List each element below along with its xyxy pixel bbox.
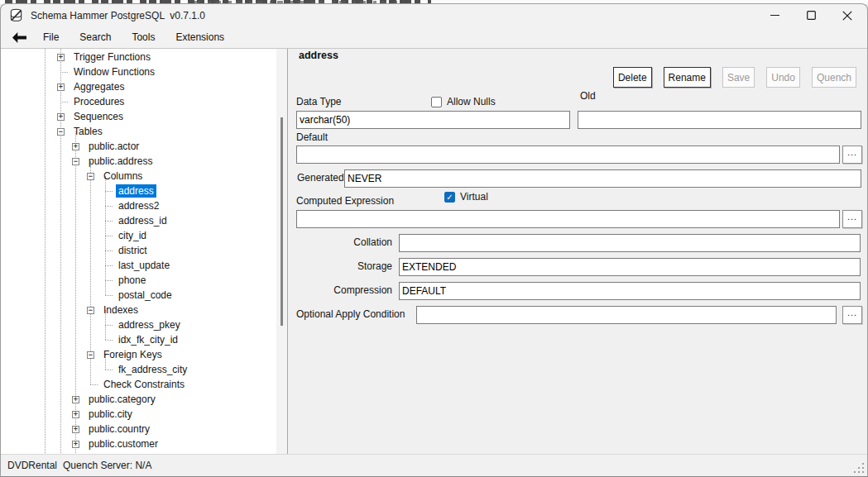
tree-item-fk-address-city[interactable]: fk_address_city	[102, 362, 189, 377]
tree-item-procedures[interactable]: Procedures	[57, 94, 127, 109]
save-button[interactable]: Save	[722, 67, 755, 88]
tree-item-foreign-keys[interactable]: −Foreign Keys	[87, 347, 165, 362]
undo-button[interactable]: Undo	[766, 67, 800, 88]
title-bar[interactable]: Schema Hammer PostgreSQL v0.7.1.0	[1, 4, 867, 26]
expand-icon[interactable]: +	[72, 426, 79, 433]
compression-input[interactable]	[399, 282, 861, 300]
menu-item-extensions[interactable]: Extensions	[169, 29, 231, 45]
rename-button[interactable]: Rename	[664, 67, 711, 88]
tree-item-public-actor[interactable]: +public.actor	[72, 139, 141, 154]
tree-item-label[interactable]: public.category	[86, 393, 158, 406]
tree-item-label[interactable]: Window Functions	[71, 65, 157, 79]
tree-item-sequences[interactable]: +Sequences	[57, 109, 126, 124]
tree-item-label[interactable]: postal_code	[116, 289, 175, 302]
tree-item-columns[interactable]: −Columns	[87, 169, 145, 184]
tree-item-label[interactable]: last_update	[116, 259, 172, 272]
tree-item-public-address[interactable]: −public.address	[72, 154, 155, 169]
menu-item-tools[interactable]: Tools	[125, 29, 161, 45]
tree-item-trigger-functions[interactable]: +Trigger Functions	[57, 50, 153, 64]
old-input[interactable]	[578, 111, 861, 129]
default-browse-button[interactable]: ...	[842, 145, 862, 164]
tree-item-label[interactable]: Procedures	[71, 95, 127, 108]
tree-item-district[interactable]: district	[102, 243, 150, 258]
tree-item-tables[interactable]: −Tables	[57, 124, 105, 139]
virtual-checkbox[interactable]	[444, 192, 455, 203]
collation-input[interactable]	[399, 234, 861, 252]
tree-item-label[interactable]: Check Constraints	[101, 378, 187, 391]
tree-item-label[interactable]: public.country	[86, 422, 152, 436]
tree-item-aggregates[interactable]: +Aggregates	[57, 79, 127, 94]
tree-item-address-pkey[interactable]: address_pkey	[102, 317, 183, 332]
expand-icon[interactable]: +	[72, 441, 79, 448]
tree-item-label[interactable]: Foreign Keys	[101, 348, 165, 361]
collapse-icon[interactable]: −	[87, 351, 94, 359]
tree-item-check-constraints[interactable]: Check Constraints	[87, 377, 187, 392]
expand-icon[interactable]: +	[72, 396, 79, 403]
tree-item-address-id[interactable]: address_id	[102, 213, 170, 228]
computed-expression-browse-button[interactable]: ...	[842, 210, 862, 228]
generated-input[interactable]	[344, 169, 861, 188]
collapse-icon[interactable]: −	[87, 307, 94, 314]
tree-item-last-update[interactable]: last_update	[102, 258, 172, 273]
menu-item-file[interactable]: File	[36, 29, 65, 45]
expand-icon[interactable]: +	[72, 143, 79, 150]
tree-item-label[interactable]: public.address	[86, 155, 155, 168]
tree-item-public-customer[interactable]: +public.customer	[72, 436, 161, 451]
computed-expression-input[interactable]	[296, 210, 840, 228]
menu-item-search[interactable]: Search	[73, 29, 117, 45]
expand-icon[interactable]: +	[57, 113, 65, 121]
tree-scrollbar[interactable]	[276, 49, 287, 455]
tree-item-indexes[interactable]: −Indexes	[87, 303, 141, 317]
allow-nulls-checkbox[interactable]	[431, 97, 442, 107]
tree-item-phone[interactable]: phone	[102, 273, 148, 288]
tree-item-address2[interactable]: address2	[102, 198, 161, 213]
tree-item-public-city[interactable]: +public.city	[72, 407, 135, 422]
back-button[interactable]	[12, 32, 26, 43]
tree-item-label[interactable]: Indexes	[101, 303, 141, 317]
close-button[interactable]	[829, 4, 866, 26]
tree-item-label[interactable]: city_id	[116, 229, 149, 242]
tree-item-address[interactable]: address	[102, 184, 156, 198]
tree-item-label[interactable]: Sequences	[71, 110, 126, 123]
tree-item-window-functions[interactable]: Window Functions	[57, 64, 157, 79]
minimize-button[interactable]	[756, 4, 793, 26]
tree-item-label[interactable]: Trigger Functions	[71, 50, 153, 64]
default-input[interactable]	[296, 145, 840, 164]
storage-label: Storage	[296, 260, 392, 272]
tree-item-label[interactable]: Aggregates	[71, 80, 127, 93]
collapse-icon[interactable]: −	[87, 173, 94, 180]
tree-item-label[interactable]: phone	[116, 274, 148, 287]
tree-item-public-category[interactable]: +public.category	[72, 392, 158, 407]
delete-button[interactable]: Delete	[613, 67, 652, 88]
tree-item-postal-code[interactable]: postal_code	[102, 288, 175, 303]
expand-icon[interactable]: +	[57, 83, 65, 91]
collapse-icon[interactable]: −	[57, 128, 65, 136]
expand-icon[interactable]: +	[57, 54, 65, 61]
tree-scrollbar-thumb[interactable]	[281, 117, 283, 326]
tree-item-label[interactable]: public.actor	[86, 140, 141, 153]
tree-item-public-country[interactable]: +public.country	[72, 422, 152, 436]
optional-apply-condition-input[interactable]	[416, 306, 837, 324]
optional-apply-condition-browse-button[interactable]: ...	[842, 306, 862, 324]
tree-item-label[interactable]: district	[116, 244, 150, 257]
resize-grip[interactable]	[854, 463, 865, 474]
tree-item-label[interactable]: idx_fk_city_id	[116, 333, 180, 346]
collapse-icon[interactable]: −	[72, 158, 79, 165]
schema-tree[interactable]: +Trigger FunctionsWindow Functions+Aggre…	[1, 49, 288, 455]
tree-item-label[interactable]: public.city	[86, 408, 135, 421]
tree-item-label[interactable]: public.customer	[86, 437, 161, 451]
tree-item-label[interactable]: fk_address_city	[116, 363, 189, 376]
storage-input[interactable]	[399, 258, 861, 276]
tree-item-label[interactable]: address2	[116, 199, 161, 212]
quench-button[interactable]: Quench	[812, 67, 856, 88]
tree-item-label[interactable]: Columns	[101, 169, 145, 183]
tree-item-label[interactable]: address_id	[116, 214, 170, 227]
tree-item-label[interactable]: address	[116, 184, 156, 198]
tree-item-idx-fk-city-id[interactable]: idx_fk_city_id	[102, 332, 180, 347]
expand-icon[interactable]: +	[72, 411, 79, 418]
data-type-input[interactable]	[296, 111, 570, 129]
tree-item-label[interactable]: address_pkey	[116, 318, 183, 332]
maximize-button[interactable]	[793, 4, 829, 26]
tree-item-label[interactable]: Tables	[71, 125, 105, 138]
tree-item-city-id[interactable]: city_id	[102, 228, 149, 243]
